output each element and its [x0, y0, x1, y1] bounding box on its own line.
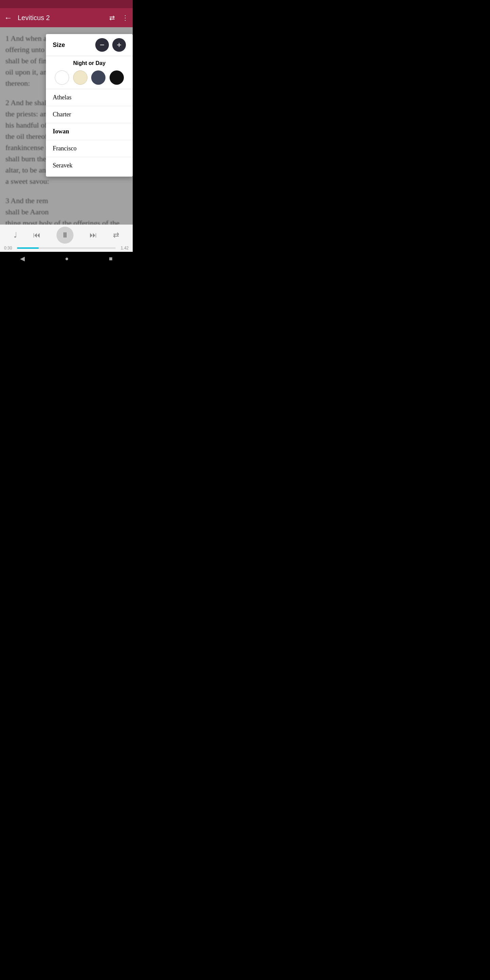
prev-button[interactable]: ⏮	[33, 231, 40, 240]
night-day-label: Night or Day	[53, 60, 126, 66]
repeat-icon[interactable]: ⇄	[113, 231, 119, 240]
color-dark-option[interactable]	[91, 70, 105, 85]
color-sepia-option[interactable]	[73, 70, 88, 85]
size-label: Size	[53, 41, 92, 49]
increase-size-button[interactable]: +	[112, 38, 126, 52]
content-area: 1 And when a offering unto t shall be of…	[0, 27, 133, 224]
total-time: 1.42	[118, 246, 129, 250]
nav-recent-icon[interactable]: ■	[109, 255, 113, 262]
color-options	[53, 70, 126, 85]
back-button[interactable]: ←	[4, 13, 12, 22]
pause-icon: ⏸	[61, 231, 69, 240]
player-bar: ♩ ⏮ ⏸ ⏭ ⇄ 0:30 1.42	[0, 224, 133, 252]
progress-fill	[17, 247, 39, 249]
pause-button[interactable]: ⏸	[56, 227, 73, 243]
progress-bar[interactable]	[17, 247, 116, 249]
page-title: Leviticus 2	[18, 14, 109, 22]
color-white-option[interactable]	[55, 70, 69, 85]
nav-home-icon[interactable]: ●	[65, 255, 69, 262]
decrease-size-button[interactable]: −	[95, 38, 109, 52]
player-controls: ♩ ⏮ ⏸ ⏭ ⇄	[0, 225, 133, 245]
current-time: 0:30	[4, 246, 14, 250]
next-button[interactable]: ⏭	[89, 231, 97, 240]
font-charter-option[interactable]: Charter	[46, 106, 133, 123]
color-black-option[interactable]	[110, 70, 124, 85]
music-icon[interactable]: ♩	[14, 231, 17, 240]
nav-back-icon[interactable]: ◀	[20, 255, 25, 262]
status-bar-top	[0, 0, 133, 8]
app-bar: ← Leviticus 2 ⇄ ⋮	[0, 8, 133, 27]
settings-popup: Size − + Night or Day Athelas Charter Io…	[46, 34, 133, 177]
font-athelas-option[interactable]: Athelas	[46, 89, 133, 106]
font-seravek-option[interactable]: Seravek	[46, 157, 133, 174]
switch-icon[interactable]: ⇄	[109, 14, 115, 22]
status-bar-bottom: ◀ ● ■	[0, 252, 133, 266]
size-row: Size − +	[46, 34, 133, 56]
more-options-icon[interactable]: ⋮	[122, 14, 129, 22]
font-iowan-option[interactable]: Iowan	[46, 123, 133, 140]
font-francisco-option[interactable]: Francisco	[46, 140, 133, 157]
progress-row: 0:30 1.42	[0, 245, 133, 251]
night-day-section: Night or Day	[46, 56, 133, 89]
app-bar-icons: ⇄ ⋮	[109, 14, 129, 22]
